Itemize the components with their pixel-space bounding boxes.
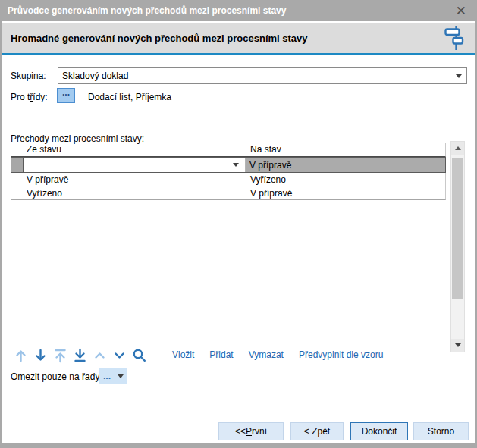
grid-actions: Vložit Přidat Vymazat Předvyplnit dle vz… [172,349,383,360]
group-combobox[interactable]: Skladový doklad [58,67,467,84]
scrollbar-up-button[interactable] [451,142,464,155]
classes-label-pre: Pro t [11,92,30,102]
scrollbar-thumb[interactable] [452,158,463,299]
insert-link[interactable]: Vložit [172,349,194,360]
wizard-header: Hromadné generování nových přechodů mezi… [2,23,475,55]
cell-to-value: V přípravě [250,188,292,199]
cell-to[interactable]: Vyřízeno [246,173,445,186]
row-selector-cell[interactable] [11,173,24,186]
ellipsis-icon: ... [62,89,70,96]
cancel-button[interactable]: Storno [413,422,469,440]
cell-to-value: V přípravě [249,160,291,171]
close-icon[interactable]: ✕ [453,5,469,17]
move-to-bottom-icon[interactable] [71,347,88,363]
chevron-down-icon [118,374,124,378]
column-header-from: Ze stavu [11,143,246,156]
transitions-grid: Ze stavu Na stav V přípravě V přípravě [11,143,446,200]
row-selector-cell[interactable] [11,186,24,199]
move-up-icon[interactable] [12,347,29,363]
classes-value: Dodací list, Příjemka [88,91,171,103]
chevron-down-icon [456,74,462,78]
scrollbar-down-icon [455,343,461,347]
cell-to[interactable]: V přípravě [246,158,445,172]
dialog-body: Hromadné generování nových přechodů mezi… [2,21,475,443]
scrollbar-down-button[interactable] [451,339,464,352]
collapse-icon[interactable] [91,347,108,363]
finish-button[interactable]: Dokončit [350,422,408,440]
cell-from-value: Vyřízeno [27,188,62,199]
limit-combobox-value: ... [103,371,111,381]
table-row[interactable]: V přípravě Vyřízeno [11,173,446,186]
classes-ellipsis-button[interactable]: ... [57,88,75,103]
signpost-icon [444,25,464,51]
cell-from-value: V přípravě [27,174,68,185]
grid-toolbar [12,347,147,363]
scrollbar-up-icon [455,146,461,150]
limit-combobox[interactable]: ... [99,368,127,384]
grid-header-row: Ze stavu Na stav [11,143,446,157]
row-selector-cell[interactable] [11,158,24,172]
cell-from-editing[interactable] [24,158,246,172]
window-title: Průvodce generováním nových přechodů mez… [8,5,453,16]
grid-scrollbar[interactable] [450,141,465,352]
cell-from[interactable]: Vyřízeno [24,186,246,199]
cell-to-value: Vyřízeno [250,174,286,185]
first-button-post: rvní [252,426,267,437]
group-label: Skupina: [11,70,46,82]
clear-link[interactable]: Vymazat [249,349,284,360]
column-header-to: Na stav [246,144,445,155]
first-button-accel: P [246,426,252,437]
limit-label: Omezit pouze na řady: [11,371,102,383]
cell-from[interactable]: V přípravě [24,173,246,186]
back-button[interactable]: < Zpět [290,422,344,440]
move-down-icon[interactable] [32,347,49,363]
classes-label-post: ídy: [33,92,47,102]
first-button[interactable]: << První [218,422,284,440]
wizard-window: Průvodce generováním nových přechodů mez… [0,0,477,448]
table-row[interactable]: Vyřízeno V přípravě [11,186,446,200]
page-title: Hromadné generování nových přechodů mezi… [2,33,444,44]
search-icon[interactable] [130,347,147,363]
titlebar: Průvodce generováním nových přechodů mez… [0,0,477,21]
move-to-top-icon[interactable] [52,347,68,363]
expand-icon[interactable] [111,347,127,363]
prefill-link[interactable]: Předvyplnit dle vzoru [299,349,383,360]
table-row-selected[interactable]: V přípravě [11,157,446,173]
classes-label: Pro třídy: [11,91,48,103]
group-combobox-value: Skladový doklad [62,70,456,81]
add-link[interactable]: Přidat [209,349,233,360]
cell-to[interactable]: V přípravě [246,186,445,199]
chevron-down-icon[interactable] [233,163,239,167]
first-button-pre: << [235,426,246,437]
